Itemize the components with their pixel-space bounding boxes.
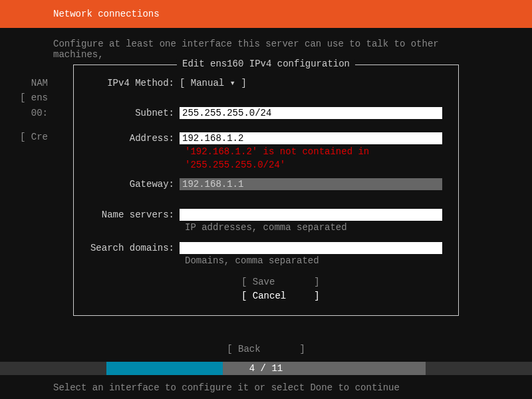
progress-text: 4 / 11 [0,363,532,374]
method-label: IPv4 Method: [90,77,180,88]
address-error: '192.168.1.2' is not contained in '255.2… [90,146,442,172]
gateway-input[interactable] [180,178,442,190]
bg-nam: NAM [20,76,48,90]
searchdomains-label: Search domains: [90,242,180,253]
progress-bar: 4 / 11 [0,362,532,375]
subnet-input[interactable] [180,107,442,119]
background-content: NAM [ ens 00: [ Cre [20,76,48,145]
address-label: Address: [90,132,180,144]
cancel-button[interactable]: [ Cancel ] [90,289,442,303]
dialog-title: Edit ens160 IPv4 configuration [177,59,355,69]
page-title: Network connections [53,9,160,19]
searchdomains-hint: Domains, comma separated [90,255,442,266]
bg-ens: [ ens [20,90,48,105]
address-input[interactable] [180,132,442,144]
back-button[interactable]: [ Back ] [0,344,532,354]
searchdomains-input[interactable] [180,242,442,254]
nameservers-input[interactable] [180,209,442,221]
nameservers-label: Name servers: [90,209,180,220]
gateway-label: Gateway: [90,178,180,190]
method-select[interactable]: [ Manual ▾ ] [180,77,247,88]
subnet-label: Subnet: [90,107,180,118]
save-button[interactable]: [ Save ] [90,275,442,289]
bg-create: [ Cre [20,130,48,144]
bg-mac: 00: [20,106,48,120]
footer-instruction: Select an interface to configure it or s… [53,382,400,393]
header-bar: Network connections [0,0,532,28]
nameservers-hint: IP addresses, comma separated [90,222,442,233]
edit-ipv4-dialog: Edit ens160 IPv4 configuration IPv4 Meth… [73,65,459,316]
